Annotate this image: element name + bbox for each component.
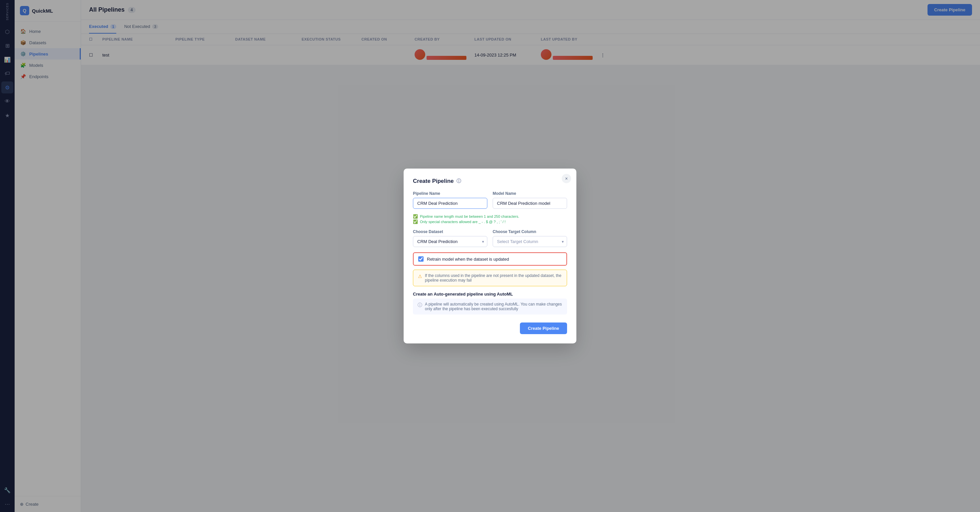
form-row-names: Pipeline Name Model Name (413, 191, 567, 209)
modal-title: Create Pipeline ⓘ (413, 178, 567, 185)
modal-close-button[interactable]: × (562, 174, 571, 183)
info-icon: ⓘ (418, 302, 422, 308)
automl-section: Create an Auto-generated pipeline using … (413, 292, 567, 314)
choose-dataset-group: Choose Dataset CRM Deal Prediction ▾ (413, 230, 487, 247)
choose-dataset-wrapper: CRM Deal Prediction ▾ (413, 236, 487, 247)
automl-info-text: A pipeline will automatically be created… (425, 302, 562, 311)
choose-target-label: Choose Target Column (493, 230, 567, 234)
create-pipeline-modal: × Create Pipeline ⓘ Pipeline Name Model … (404, 169, 576, 343)
validation-msg-2: ✅ Only special characters allowed are _ … (413, 219, 567, 224)
pipeline-name-group: Pipeline Name (413, 191, 487, 209)
retrain-checkbox-label: Retrain model when the dataset is update… (427, 257, 509, 262)
choose-target-group: Choose Target Column Select Target Colum… (493, 230, 567, 247)
validation-text-1: Pipeline name length must be between 1 a… (420, 214, 519, 219)
help-icon: ⓘ (457, 178, 461, 184)
check-icon-2: ✅ (413, 219, 418, 224)
pipeline-name-label: Pipeline Name (413, 191, 487, 196)
validation-text-2: Only special characters allowed are _ - … (420, 220, 506, 224)
automl-title-text: Create an Auto-generated pipeline using … (413, 292, 513, 297)
form-row-dataset: Choose Dataset CRM Deal Prediction ▾ Cho… (413, 230, 567, 247)
automl-info-box: ⓘ A pipeline will automatically be creat… (413, 298, 567, 314)
pipeline-name-input[interactable] (413, 198, 487, 209)
warning-text: If the columns used in the pipeline are … (425, 273, 562, 282)
modal-footer: Create Pipeline (413, 322, 567, 334)
choose-target-wrapper: Select Target Column ▾ (493, 236, 567, 247)
automl-title: Create an Auto-generated pipeline using … (413, 292, 567, 297)
retrain-checkbox-section: Retrain model when the dataset is update… (413, 252, 567, 266)
modal-overlay[interactable]: × Create Pipeline ⓘ Pipeline Name Model … (0, 0, 980, 512)
choose-dataset-label: Choose Dataset (413, 230, 487, 234)
validation-messages: ✅ Pipeline name length must be between 1… (413, 214, 567, 224)
modal-create-pipeline-button[interactable]: Create Pipeline (520, 322, 567, 334)
warning-icon: ⚠ (418, 274, 422, 279)
check-icon-1: ✅ (413, 214, 418, 219)
model-name-group: Model Name (493, 191, 567, 209)
warning-box: ⚠ If the columns used in the pipeline ar… (413, 270, 567, 286)
validation-msg-1: ✅ Pipeline name length must be between 1… (413, 214, 567, 219)
retrain-checkbox[interactable] (418, 256, 423, 262)
model-name-label: Model Name (493, 191, 567, 196)
modal-title-text: Create Pipeline (413, 178, 454, 185)
choose-target-select[interactable]: Select Target Column (493, 236, 567, 247)
model-name-input[interactable] (493, 198, 567, 209)
choose-dataset-select[interactable]: CRM Deal Prediction (413, 236, 487, 247)
